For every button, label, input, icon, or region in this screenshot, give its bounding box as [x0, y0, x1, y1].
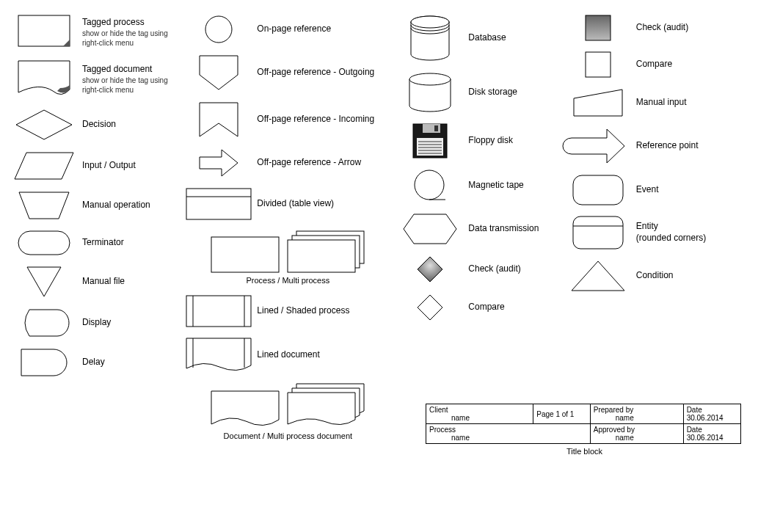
item-data-transmission: Data transmission — [401, 213, 553, 245]
item-condition: Condition — [569, 260, 743, 292]
delay-icon — [20, 348, 68, 377]
multi-process-icon — [287, 230, 365, 273]
item-magnetic-tape: Magnetic tape — [401, 169, 553, 203]
item-off-arrow: Off-page reference - Arrow — [189, 148, 386, 178]
svg-rect-27 — [434, 125, 438, 131]
circle-icon — [204, 15, 233, 44]
svg-marker-6 — [27, 267, 61, 296]
diamond-filled-icon — [416, 255, 444, 283]
svg-rect-17 — [186, 296, 251, 327]
item-event: Event — [569, 175, 743, 205]
tb-date-label-1: Date — [687, 406, 702, 414]
item-compare-4: Compare — [569, 51, 743, 78]
terminator-icon — [18, 230, 70, 255]
svg-marker-45 — [572, 261, 624, 291]
svg-rect-28 — [417, 138, 443, 156]
document-icon — [211, 390, 280, 429]
multi-document-icon — [287, 383, 365, 429]
tagged-process-icon — [18, 15, 70, 50]
item-doc-multi: Document / Multi process document — [189, 383, 386, 440]
item-manual-operation: Manual operation — [15, 191, 175, 220]
label-reference-point: Reference point — [636, 140, 699, 152]
tb-approved-value: name — [594, 434, 634, 442]
svg-rect-42 — [573, 175, 623, 205]
svg-marker-4 — [19, 192, 69, 219]
label-off-outgoing: Off-page reference - Outgoing — [257, 67, 374, 79]
tb-prepared-value: name — [594, 414, 634, 422]
floppy-disk-icon — [412, 123, 448, 158]
item-manual-file: Manual file — [15, 266, 175, 298]
manual-input-icon — [572, 88, 624, 117]
item-database: Database — [401, 15, 553, 62]
svg-point-23 — [411, 16, 449, 28]
svg-rect-5 — [18, 231, 70, 255]
col-4: Check (audit) Compare Manual input — [569, 15, 743, 292]
item-delay: Delay — [15, 348, 175, 377]
hexagon-icon — [402, 213, 458, 245]
label-data-transmission: Data transmission — [468, 223, 539, 235]
svg-rect-40 — [586, 52, 611, 77]
tagged-document-icon — [18, 60, 70, 98]
entity-icon — [572, 216, 624, 249]
sub-tagged-document: show or hide the tag using right-click m… — [82, 76, 175, 95]
label-off-arrow: Off-page reference - Arrow — [257, 157, 361, 169]
item-floppy: Floppy disk — [401, 123, 553, 158]
item-on-page-ref: On-page reference — [189, 15, 386, 44]
label-divided: Divided (table view) — [257, 198, 334, 210]
banner-icon — [198, 101, 239, 138]
label-manual-file: Manual file — [82, 276, 125, 288]
tb-prepared-label: Prepared by — [594, 406, 633, 414]
label-lined-shaded: Lined / Shaded process — [257, 305, 349, 317]
svg-marker-10 — [200, 150, 238, 176]
label-disk-storage: Disk storage — [468, 87, 517, 98]
svg-point-24 — [409, 73, 451, 85]
square-icon — [585, 51, 611, 78]
label-check-audit-4: Check (audit) — [636, 22, 688, 34]
label-manual-input: Manual input — [636, 97, 687, 109]
item-tagged-document: Tagged document show or hide the tag usi… — [15, 60, 175, 98]
label-compare-4: Compare — [636, 59, 672, 70]
trapezoid-icon — [18, 191, 70, 220]
tb-approved-label: Approved by — [594, 426, 635, 434]
label-manual-operation: Manual operation — [82, 200, 150, 211]
label-magnetic-tape: Magnetic tape — [468, 180, 523, 192]
sub-tagged-process: show or hide the tag using right-click m… — [82, 29, 175, 48]
tb-client-value: name — [429, 414, 470, 422]
svg-point-34 — [415, 170, 444, 200]
svg-marker-36 — [404, 214, 456, 244]
tb-date-value-1: 30.06.2014 — [687, 414, 724, 422]
tb-page: Page 1 of 1 — [533, 404, 590, 424]
item-decision: Decision — [15, 109, 175, 141]
label-doc-multi: Document / Multi process document — [189, 431, 386, 440]
svg-marker-38 — [418, 295, 442, 320]
svg-marker-2 — [16, 110, 72, 139]
divided-table-icon — [186, 188, 252, 220]
tb-process-label: Process — [429, 426, 456, 434]
tb-date-label-2: Date — [687, 426, 702, 434]
label-decision: Decision — [82, 119, 116, 131]
label-condition: Condition — [636, 270, 674, 282]
item-lined-shaded: Lined / Shaded process — [189, 295, 386, 327]
disk-storage-icon — [408, 72, 452, 113]
label-lined-doc: Lined document — [257, 349, 319, 361]
svg-marker-37 — [418, 257, 442, 282]
label-on-page-ref: On-page reference — [257, 23, 331, 35]
lined-process-icon — [186, 295, 252, 327]
svg-marker-9 — [200, 103, 238, 136]
tb-client-label: Client — [429, 406, 448, 414]
item-display: Display — [15, 308, 175, 338]
item-entity: Entity (rounded corners) — [569, 216, 743, 249]
title-block: Client name Page 1 of 1 Prepared by name… — [426, 404, 741, 444]
label-compare-3: Compare — [468, 302, 504, 313]
label-delay: Delay — [82, 357, 105, 368]
pentagon-down-icon — [198, 54, 239, 91]
label-entity: Entity (rounded corners) — [636, 221, 706, 244]
diamond-icon — [416, 294, 444, 321]
item-terminator: Terminator — [15, 230, 175, 255]
label-check-audit-3: Check (audit) — [468, 263, 520, 275]
tb-caption: Title block — [426, 447, 743, 456]
item-reference-point: Reference point — [569, 128, 743, 164]
item-input-output: Input / Output — [15, 151, 175, 181]
item-check-audit-4: Check (audit) — [569, 15, 743, 41]
label-tagged-process: Tagged process — [82, 17, 175, 29]
